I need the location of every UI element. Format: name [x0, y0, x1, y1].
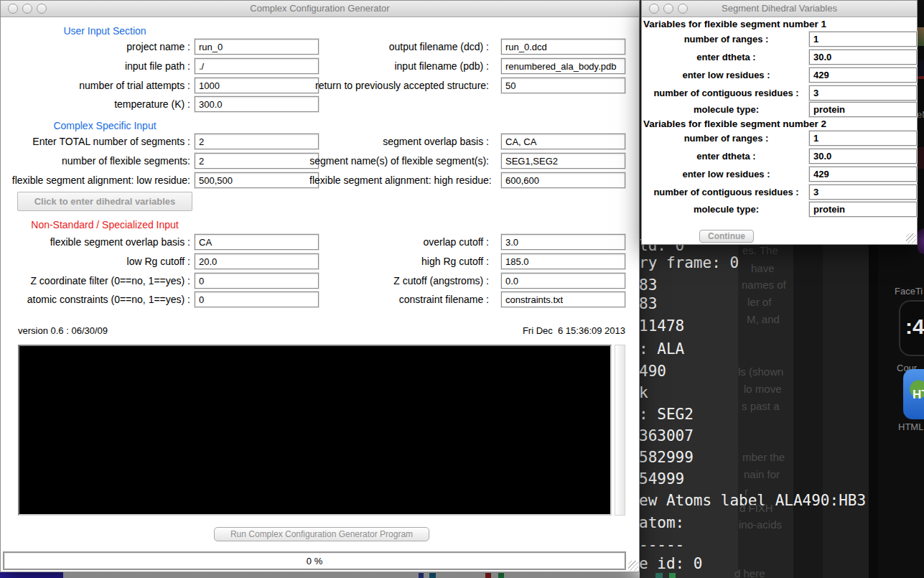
- project-name-input[interactable]: [195, 39, 319, 55]
- segment2-header: Variables for flexible segment number 2: [643, 118, 826, 129]
- main-window: Complex Configuration Generator User Inp…: [0, 0, 640, 572]
- complex-specific-section-header: Complex Specific Input: [1, 120, 209, 131]
- temperature-input[interactable]: [195, 96, 319, 112]
- dtheta-label: enter dtheta :: [645, 52, 807, 62]
- toolbar-icon-fragment: [498, 573, 504, 578]
- progress-bar: 0 %: [3, 551, 626, 570]
- total-segments-input[interactable]: [195, 134, 319, 149]
- atomic-constraints-label: atomic constraints (0==no, 1==yes) :: [1, 294, 190, 305]
- return-structure-label: return to previously accepted structure:: [309, 80, 489, 91]
- align-low-input[interactable]: [195, 172, 319, 188]
- input-file-path-input[interactable]: [195, 58, 319, 74]
- dtheta-label: enter dtheta :: [645, 151, 807, 162]
- help-text-fragment: d here: [734, 568, 765, 578]
- help-text-fragment: ler of: [747, 297, 771, 308]
- main-window-titlebar[interactable]: Complex Configuration Generator: [1, 1, 639, 17]
- help-text-fragment: s past a: [742, 401, 780, 412]
- trial-attempts-input[interactable]: [195, 78, 319, 93]
- help-text-fragment: ino-acids: [739, 519, 782, 531]
- resize-grip[interactable]: [628, 561, 638, 571]
- app-icon-fragment: [918, 60, 924, 79]
- terminal-text-line: atom:: [639, 516, 684, 531]
- high-rg-label: high Rg cutoff :: [309, 256, 489, 267]
- html-app-icon[interactable]: HT: [903, 369, 924, 419]
- constraint-filename-input[interactable]: [501, 292, 625, 307]
- dtheta-input-seg2[interactable]: [809, 149, 917, 164]
- temperature-label: temperature (K) :: [1, 98, 190, 110]
- help-text-fragment: es. The: [742, 245, 778, 256]
- continue-button[interactable]: Continue: [699, 230, 754, 243]
- terminal-text-line: 490: [639, 364, 666, 379]
- contiguous-residues-input-seg1[interactable]: [809, 85, 917, 101]
- terminal-text-line: : SEG2: [639, 407, 694, 422]
- input-filename-label: input filename (pdb) :: [309, 60, 489, 72]
- toolbar-icon-fragment: [419, 573, 424, 578]
- toolbar-icon-fragment: [485, 573, 491, 578]
- terminal-text-line: 83: [639, 278, 657, 293]
- output-filename-label: output filename (dcd) :: [309, 41, 489, 52]
- html-app-label: HTML: [898, 421, 923, 432]
- dialog-titlebar[interactable]: Segment Dihedral Variables: [642, 1, 917, 17]
- z-filter-input[interactable]: [195, 273, 319, 289]
- terminal-text-line: 11478: [639, 319, 684, 334]
- dihedral-variables-dialog: Segment Dihedral Variables Variables for…: [641, 0, 918, 245]
- overlap-cutoff-label: overlap cutoff :: [309, 236, 489, 248]
- trial-attempts-label: number of trial attempts :: [1, 80, 190, 91]
- enter-dihedral-variables-button[interactable]: Click to enter dihedral variables: [17, 192, 192, 211]
- app-icon-fragment: [918, 27, 924, 46]
- align-high-input[interactable]: [501, 172, 625, 188]
- terminal-text-line: k: [639, 386, 648, 401]
- countdown-app-icon[interactable]: :4: [899, 300, 924, 356]
- terminal-text-line: : ALA: [639, 342, 684, 357]
- low-residues-label: enter low residues :: [645, 169, 807, 180]
- atomic-constraints-input[interactable]: [195, 292, 319, 307]
- terminal-text-line: e id: 0: [639, 556, 703, 572]
- output-filename-input[interactable]: [501, 39, 625, 55]
- help-text-fragment: lo move: [744, 383, 782, 395]
- resize-grip[interactable]: [906, 233, 916, 243]
- progress-text: 0 %: [4, 556, 625, 567]
- help-text-fragment: names of: [742, 279, 786, 291]
- terminal-text-line: -----: [639, 538, 684, 553]
- overlap-basis-input[interactable]: [501, 134, 625, 149]
- help-text-fragment: mber the: [742, 452, 785, 463]
- background-window-edge-blue: [0, 572, 63, 578]
- low-rg-input[interactable]: [195, 253, 319, 269]
- overlap-cutoff-input[interactable]: [501, 234, 625, 250]
- background-window-edge-gray: [63, 572, 640, 578]
- low-residues-input-seg1[interactable]: [809, 67, 917, 83]
- flexible-segments-label: number of flexible segments:: [1, 155, 190, 167]
- align-high-label: flexible segment alignment: high residue…: [309, 174, 489, 186]
- return-structure-input[interactable]: [501, 78, 625, 93]
- molecule-type-label: molecule type:: [645, 204, 807, 215]
- desktop: ld: 0 ry frame: 0 83 83 11478 : ALA 490 …: [0, 0, 924, 578]
- dtheta-input-seg1[interactable]: [809, 50, 917, 65]
- molecule-type-input-seg1[interactable]: [809, 102, 917, 117]
- segment-names-input[interactable]: [501, 153, 625, 169]
- total-segments-label: Enter TOTAL number of segments :: [1, 136, 190, 147]
- main-window-title: Complex Configuration Generator: [1, 3, 639, 14]
- canvas-scrollbar[interactable]: [615, 345, 625, 516]
- app-icon-fragment: [918, 147, 924, 169]
- facetime-app-label: FaceTi: [895, 286, 923, 297]
- z-cutoff-input[interactable]: [501, 273, 625, 289]
- low-residues-input-seg2[interactable]: [809, 167, 917, 182]
- help-text-fragment: nain for: [744, 469, 780, 480]
- high-rg-input[interactable]: [501, 253, 625, 269]
- segment1-header: Variables for flexible segment number 1: [643, 19, 826, 29]
- contiguous-residues-label: number of contiguous residues :: [645, 187, 807, 197]
- molecule-type-label: molecule type:: [645, 104, 807, 115]
- ranges-input-seg1[interactable]: [809, 32, 917, 47]
- ranges-input-seg2[interactable]: [809, 131, 917, 146]
- run-program-button[interactable]: Run Complex Configuration Generator Prog…: [214, 527, 429, 541]
- toolbar-icon-fragment: [655, 573, 663, 578]
- project-name-label: project name :: [1, 41, 190, 52]
- molecule-type-input-seg2[interactable]: [809, 202, 917, 217]
- constraint-filename-label: constraint filename :: [309, 294, 489, 305]
- flex-overlap-basis-input[interactable]: [195, 234, 319, 250]
- contiguous-residues-input-seg2[interactable]: [809, 185, 917, 200]
- input-filename-input[interactable]: [501, 58, 625, 74]
- help-text-fragment: ls (shown: [738, 366, 783, 378]
- plot-canvas: [18, 345, 612, 516]
- flexible-segments-input[interactable]: [195, 153, 319, 169]
